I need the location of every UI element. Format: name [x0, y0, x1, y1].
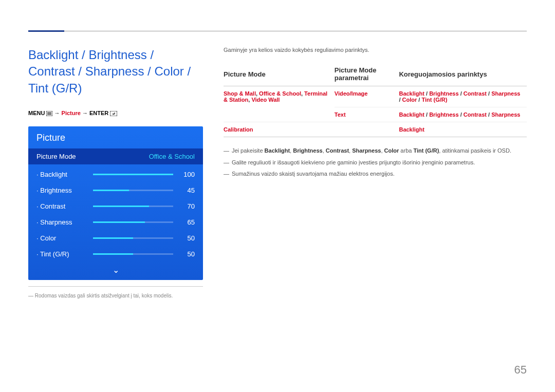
osd-row-value: 70: [180, 202, 195, 210]
osd-slider[interactable]: [93, 237, 173, 239]
osd-slider[interactable]: [93, 206, 173, 207]
svg-rect-4: [110, 111, 117, 116]
note-1: Jei pakeisite Backlight, Brightness, Con…: [224, 146, 527, 155]
cell-params: [335, 122, 399, 137]
osd-panel: Picture Picture Mode Office & School Bac…: [28, 126, 203, 280]
th-params: Picture Mode parametrai: [335, 63, 399, 86]
menu-path: MENU → Picture → ENTER: [28, 110, 203, 117]
notes-block: Jei pakeisite Backlight, Brightness, Con…: [224, 146, 527, 178]
footnote: Rodomas vaizdas gali skirtis atsižvelgia…: [28, 286, 203, 298]
menu-picture: Picture: [62, 110, 81, 116]
osd-row[interactable]: Brightness45: [28, 182, 203, 198]
cell-picture-mode: Calibration: [224, 122, 335, 137]
osd-highlight-value: Office & School: [149, 153, 195, 160]
th-picture-mode: Picture Mode: [224, 63, 335, 86]
top-rule: [28, 31, 527, 31]
cell-params: Video/Image: [335, 86, 399, 107]
osd-row-value: 50: [180, 250, 195, 258]
table-row: Shop & Mall, Office & School, Terminal &…: [224, 86, 527, 107]
osd-row-label: Brightness: [36, 186, 93, 194]
osd-row-value: 50: [180, 234, 195, 242]
cell-options: Backlight / Brightness / Contrast / Shar…: [399, 107, 527, 122]
enter-label: ENTER: [89, 110, 108, 116]
menu-label: MENU: [28, 110, 45, 116]
osd-row-value: 45: [180, 186, 195, 194]
osd-row[interactable]: Color50: [28, 230, 203, 246]
note-2: Galite reguliuoti ir išsaugoti kiekvieno…: [224, 158, 527, 167]
note-3: Sumažinus vaizdo skaistį suvartojama maž…: [224, 170, 527, 178]
menu-icon: [46, 111, 52, 117]
osd-slider[interactable]: [93, 174, 173, 175]
osd-row-label: Tint (G/R): [36, 250, 93, 258]
osd-slider[interactable]: [93, 253, 173, 255]
th-options: Koreguojamosios parinktys: [399, 63, 527, 86]
page-heading: Backlight / Brightness / Contrast / Shar…: [28, 47, 203, 97]
cell-options: Backlight: [399, 122, 527, 137]
enter-icon: [110, 111, 117, 117]
cell-options: Backlight / Brightness / Contrast / Shar…: [399, 86, 527, 107]
osd-row-label: Contrast: [36, 202, 93, 210]
osd-row-value: 65: [180, 218, 195, 226]
osd-row-label: Color: [36, 234, 93, 242]
osd-highlight-label: Picture Mode: [36, 153, 76, 160]
osd-row-value: 100: [180, 171, 195, 178]
chevron-down-icon: ⌄: [113, 266, 119, 274]
osd-title: Picture: [28, 126, 203, 148]
osd-row[interactable]: Contrast70: [28, 198, 203, 214]
osd-highlight-row[interactable]: Picture Mode Office & School: [28, 148, 203, 164]
osd-scroll-down[interactable]: ⌄: [28, 262, 203, 280]
page-number: 65: [514, 363, 527, 377]
table-row: CalibrationBacklight: [224, 122, 527, 137]
cell-picture-mode: Shop & Mall, Office & School, Terminal &…: [224, 86, 335, 122]
osd-row[interactable]: Sharpness65: [28, 214, 203, 230]
osd-slider[interactable]: [93, 221, 173, 223]
param-table: Picture Mode Picture Mode parametrai Kor…: [224, 63, 527, 137]
osd-slider[interactable]: [93, 190, 173, 191]
osd-row[interactable]: Backlight100: [28, 166, 203, 182]
osd-row[interactable]: Tint (G/R)50: [28, 246, 203, 262]
intro-text: Gaminyje yra kelios vaizdo kokybės regul…: [224, 47, 527, 53]
cell-params: Text: [335, 107, 399, 122]
osd-row-label: Sharpness: [36, 218, 93, 226]
osd-row-label: Backlight: [36, 171, 93, 178]
